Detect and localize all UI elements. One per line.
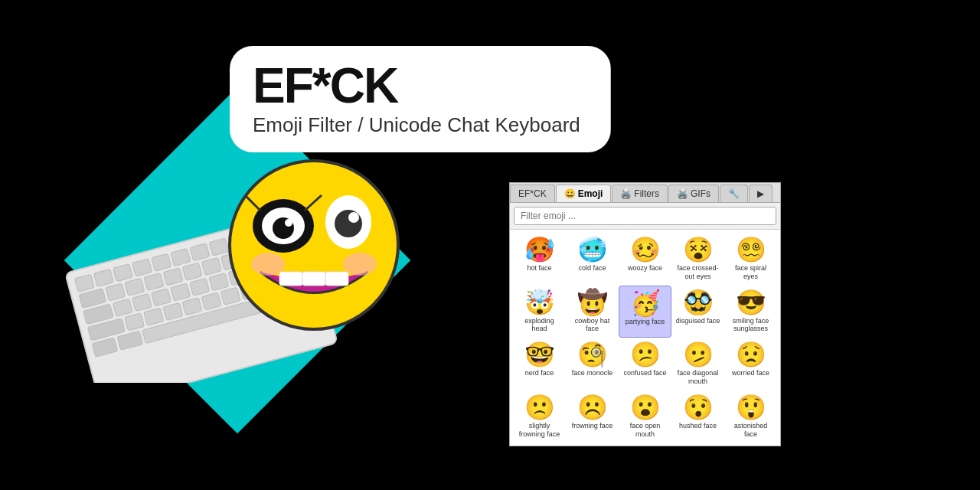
logo-bubble: EF*CK Emoji Filter / Unicode Chat Keyboa… bbox=[230, 46, 611, 152]
emoji-label-10: nerd face bbox=[525, 369, 554, 377]
emoji-cell-14[interactable]: 😟worried face bbox=[724, 338, 777, 390]
mascot-face bbox=[222, 153, 406, 337]
tab-emoji[interactable]: 😀 Emoji bbox=[556, 185, 612, 202]
tab-more[interactable]: 🔧 bbox=[720, 185, 748, 202]
emoji-icon-9: 😎 bbox=[736, 290, 766, 315]
emoji-icon-18: 😯 bbox=[683, 395, 714, 420]
emoji-cell-15[interactable]: 🙁slightly frowning face bbox=[513, 390, 566, 443]
emoji-icon-17: 😮 bbox=[630, 395, 661, 420]
emoji-cell-11[interactable]: 🧐face monocle bbox=[566, 338, 619, 390]
emoji-label-7: partying face bbox=[626, 318, 665, 326]
emoji-cell-6[interactable]: 🤠cowboy hat face bbox=[566, 286, 619, 338]
emoji-cell-3[interactable]: 😵face crossed-out eyes bbox=[671, 233, 724, 286]
svg-point-53 bbox=[348, 212, 359, 223]
emoji-cell-0[interactable]: 🥵hot face bbox=[513, 233, 566, 286]
emoji-icon-7: 🥳 bbox=[630, 291, 661, 315]
emoji-label-5: exploding head bbox=[517, 317, 563, 334]
emoji-icon-0: 🥵 bbox=[524, 237, 555, 262]
emoji-label-8: disguised face bbox=[676, 317, 720, 325]
emoji-icon-1: 🥶 bbox=[577, 237, 608, 262]
emoji-icon-5: 🤯 bbox=[524, 290, 555, 315]
emoji-cell-10[interactable]: 🤓nerd face bbox=[513, 338, 566, 390]
emoji-cell-12[interactable]: 😕confused face bbox=[619, 338, 671, 390]
emoji-cell-1[interactable]: 🥶cold face bbox=[566, 233, 619, 286]
emoji-cell-2[interactable]: 🥴woozy face bbox=[619, 233, 671, 286]
tab-efck[interactable]: EF*CK bbox=[510, 185, 555, 202]
tab-gifs-label: GIFs bbox=[691, 188, 710, 199]
emoji-icon-19: 😲 bbox=[736, 395, 766, 420]
emoji-cell-4[interactable]: 😵‍💫face spiral eyes bbox=[724, 233, 777, 286]
tab-next-label: ▶ bbox=[757, 188, 764, 199]
svg-point-58 bbox=[343, 253, 377, 276]
emoji-icon-10: 🤓 bbox=[524, 342, 555, 367]
tab-filters-label: Filters bbox=[634, 188, 659, 199]
emoji-label-0: hot face bbox=[527, 264, 551, 273]
emoji-cell-18[interactable]: 😯hushed face bbox=[671, 390, 724, 443]
emoji-label-11: face monocle bbox=[572, 369, 613, 377]
emoji-label-13: face diagonal mouth bbox=[675, 369, 721, 386]
emoji-label-2: woozy face bbox=[628, 264, 662, 273]
emoji-label-14: worried face bbox=[732, 369, 769, 377]
emoji-icon-13: 🫤 bbox=[683, 342, 714, 367]
emoji-icon-16: ☹️ bbox=[577, 395, 608, 420]
svg-point-52 bbox=[335, 210, 362, 237]
app-subtitle: Emoji Filter / Unicode Chat Keyboard bbox=[253, 113, 580, 137]
search-bar bbox=[510, 203, 780, 230]
emoji-cell-7[interactable]: 🥳partying face bbox=[619, 286, 671, 338]
emoji-label-18: hushed face bbox=[679, 422, 717, 430]
app-title: EF*CK bbox=[253, 61, 580, 110]
search-input[interactable] bbox=[514, 207, 776, 225]
emoji-label-12: confused face bbox=[623, 369, 666, 377]
tab-bar: EF*CK 😀 Emoji 🖨️ Filters 🖨️ GIFs 🔧 ▶ bbox=[510, 183, 780, 203]
emoji-label-3: face crossed-out eyes bbox=[675, 264, 721, 281]
tab-gifs[interactable]: 🖨️ GIFs bbox=[668, 185, 719, 202]
emoji-icon-8: 🥸 bbox=[683, 290, 714, 315]
emoji-label-17: face open mouth bbox=[622, 422, 668, 439]
filters-tab-icon: 🖨️ bbox=[620, 188, 632, 199]
emoji-icon-11: 🧐 bbox=[577, 342, 608, 367]
svg-rect-55 bbox=[302, 272, 325, 286]
emoji-label-6: cowboy hat face bbox=[570, 317, 616, 334]
emoji-cell-16[interactable]: ☹️frowning face bbox=[566, 390, 619, 443]
emoji-tab-icon: 😀 bbox=[564, 188, 576, 199]
tab-emoji-label: Emoji bbox=[578, 188, 603, 199]
emoji-label-15: slightly frowning face bbox=[517, 422, 563, 439]
tab-more-label: 🔧 bbox=[728, 188, 740, 199]
tab-filters[interactable]: 🖨️ Filters bbox=[612, 185, 668, 202]
emoji-icon-14: 😟 bbox=[736, 342, 766, 367]
svg-point-57 bbox=[251, 253, 285, 276]
emoji-label-4: face spiral eyes bbox=[728, 264, 774, 281]
emoji-cell-9[interactable]: 😎smiling face sunglasses bbox=[724, 286, 777, 338]
gifs-tab-icon: 🖨️ bbox=[677, 188, 688, 199]
svg-rect-56 bbox=[325, 272, 348, 286]
emoji-cell-5[interactable]: 🤯exploding head bbox=[513, 286, 566, 338]
svg-rect-54 bbox=[279, 272, 302, 286]
emoji-cell-8[interactable]: 🥸disguised face bbox=[671, 286, 724, 338]
emoji-label-19: astonished face bbox=[728, 422, 774, 439]
emoji-icon-6: 🤠 bbox=[577, 290, 608, 315]
emoji-icon-4: 😵‍💫 bbox=[736, 237, 766, 262]
app-window: EF*CK 😀 Emoji 🖨️ Filters 🖨️ GIFs 🔧 ▶ 🥵ho… bbox=[509, 182, 781, 446]
emoji-icon-12: 😕 bbox=[630, 342, 661, 367]
emoji-icon-2: 🥴 bbox=[630, 237, 661, 262]
emoji-label-1: cold face bbox=[578, 264, 606, 273]
svg-point-44 bbox=[230, 161, 398, 329]
svg-point-48 bbox=[285, 219, 292, 227]
tab-efck-label: EF*CK bbox=[518, 188, 547, 199]
emoji-grid: 🥵hot face🥶cold face🥴woozy face😵face cros… bbox=[510, 230, 780, 446]
tab-next[interactable]: ▶ bbox=[749, 185, 773, 202]
emoji-icon-3: 😵 bbox=[683, 237, 714, 262]
emoji-label-16: frowning face bbox=[572, 422, 613, 430]
emoji-icon-15: 🙁 bbox=[524, 395, 555, 420]
emoji-label-9: smiling face sunglasses bbox=[728, 317, 774, 334]
emoji-cell-17[interactable]: 😮face open mouth bbox=[619, 390, 671, 443]
emoji-cell-19[interactable]: 😲astonished face bbox=[724, 390, 777, 443]
emoji-cell-13[interactable]: 🫤face diagonal mouth bbox=[671, 338, 724, 390]
